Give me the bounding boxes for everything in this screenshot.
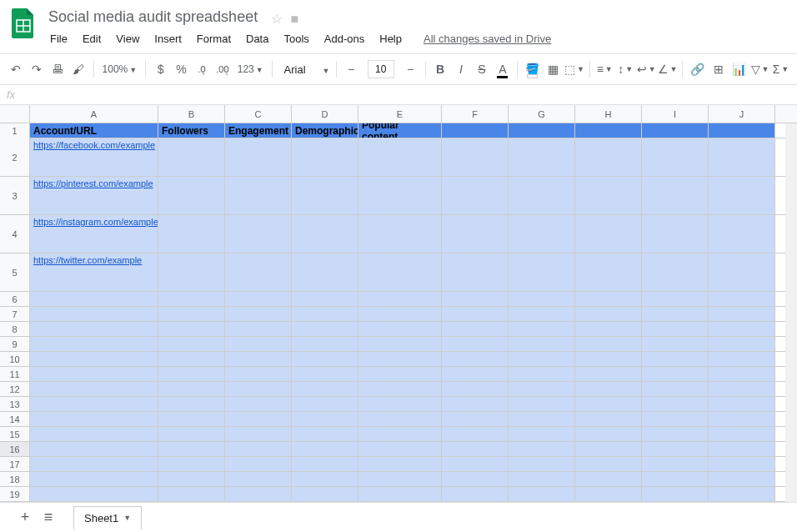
cell-D9[interactable] [292,337,358,351]
cell-H15[interactable] [575,427,642,441]
cell-F5[interactable] [442,253,509,291]
row-header-16[interactable]: 16 [0,442,30,456]
formula-bar[interactable]: fx [0,85,797,105]
merge-button[interactable]: ⬚▼ [564,58,584,80]
cell-H14[interactable] [575,412,642,426]
col-header-D[interactable]: D [292,105,358,123]
decrease-fontsize-button[interactable]: − [342,58,361,80]
star-icon[interactable]: ☆ [271,11,283,27]
cell-J10[interactable] [709,352,775,366]
cell-F4[interactable] [442,215,509,253]
cell-J19[interactable] [709,487,775,501]
rotate-button[interactable]: ∠▼ [658,58,678,80]
row-header-19[interactable]: 19 [0,487,30,501]
cell-J9[interactable] [709,337,775,351]
decrease-decimal-button[interactable]: .0̦ [193,58,212,80]
cell-D13[interactable] [292,397,358,411]
cell-H4[interactable] [575,215,642,253]
cell-C2[interactable] [225,138,292,176]
cell-A12[interactable] [30,382,158,396]
cell-I15[interactable] [642,427,709,441]
cell-F19[interactable] [442,487,509,501]
cell-J4[interactable] [709,215,775,253]
cell-A15[interactable] [30,427,158,441]
cell-D7[interactable] [292,307,358,321]
cell-J18[interactable] [709,472,775,486]
menu-file[interactable]: File [43,29,74,48]
cell-E10[interactable] [358,352,442,366]
cell-C1[interactable]: Engagement [225,123,292,138]
cell-B3[interactable] [158,177,225,214]
cell-D2[interactable] [292,138,358,176]
cell-H11[interactable] [575,367,642,381]
cell-C13[interactable] [225,397,292,411]
cell-H16[interactable] [575,442,642,456]
col-header-G[interactable]: G [509,105,575,123]
cell-D18[interactable] [292,472,358,486]
print-button[interactable]: 🖶 [48,58,68,80]
cell-F7[interactable] [442,307,509,321]
cell-link[interactable]: https://instagram.com/example [33,217,158,227]
menu-data[interactable]: Data [239,29,275,48]
cell-F16[interactable] [442,442,509,456]
cell-A19[interactable] [30,487,158,501]
cell-J15[interactable] [709,427,775,441]
filter-button[interactable]: ▽▼ [750,58,769,80]
cell-E2[interactable] [358,138,442,176]
row-header-15[interactable]: 15 [0,427,30,441]
comment-button[interactable]: ⊞ [709,58,728,80]
cell-I11[interactable] [642,367,709,381]
cell-F3[interactable] [442,177,509,214]
row-header-9[interactable]: 9 [0,337,30,351]
row-header-14[interactable]: 14 [0,412,30,426]
row-header-1[interactable]: 1 [0,123,30,138]
row-header-8[interactable]: 8 [0,322,30,336]
col-header-H[interactable]: H [575,105,642,123]
cell-C5[interactable] [225,253,292,291]
wrap-button[interactable]: ↩▼ [637,58,656,80]
cell-D10[interactable] [292,352,358,366]
cell-B19[interactable] [158,487,225,501]
cell-E3[interactable] [358,177,442,214]
cell-F15[interactable] [442,427,509,441]
font-select[interactable]: Arial▼ [278,63,331,76]
cell-A10[interactable] [30,352,158,366]
col-header-F[interactable]: F [442,105,509,123]
cell-B10[interactable] [158,352,225,366]
cell-H12[interactable] [575,382,642,396]
cell-B15[interactable] [158,427,225,441]
cell-J7[interactable] [709,307,775,321]
cell-I13[interactable] [642,397,709,411]
fontsize-input[interactable]: 10 [368,60,394,78]
fill-color-button[interactable]: 🪣 [523,58,542,80]
row-header-7[interactable]: 7 [0,307,30,321]
cell-A16[interactable] [30,442,158,456]
valign-button[interactable]: ↕▼ [616,58,635,80]
row-header-18[interactable]: 18 [0,472,30,486]
cell-J11[interactable] [709,367,775,381]
cell-D1[interactable]: Demographics [292,123,358,138]
cell-A2[interactable]: https://facebook.com/example [30,138,158,176]
cell-B1[interactable]: Followers [158,123,225,138]
cell-B17[interactable] [158,457,225,471]
cell-I3[interactable] [642,177,709,214]
zoom-select[interactable]: 100%▼ [99,63,141,75]
cell-B8[interactable] [158,322,225,336]
cell-C16[interactable] [225,442,292,456]
cell-C19[interactable] [225,487,292,501]
increase-decimal-button[interactable]: .00̦ [213,58,233,80]
cell-C8[interactable] [225,322,292,336]
cell-C17[interactable] [225,457,292,471]
cell-G1[interactable] [509,123,575,138]
document-title[interactable]: Social media audit spreadsheet [43,7,263,28]
cell-E17[interactable] [358,457,442,471]
functions-button[interactable]: Σ▼ [771,58,790,80]
cell-D3[interactable] [292,177,358,214]
row-header-11[interactable]: 11 [0,367,30,381]
cell-F8[interactable] [442,322,509,336]
cell-J6[interactable] [709,292,775,306]
row-header-5[interactable]: 5 [0,253,30,291]
cell-J14[interactable] [709,412,775,426]
cell-I19[interactable] [642,487,709,501]
cell-E7[interactable] [358,307,442,321]
